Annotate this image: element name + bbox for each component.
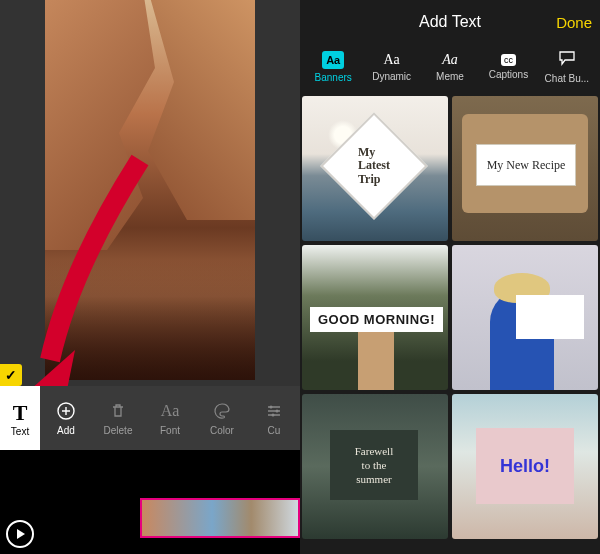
toolbar-font-label: Font bbox=[160, 425, 180, 436]
captions-icon: cc bbox=[501, 54, 516, 66]
toolbar-delete-label: Delete bbox=[104, 425, 133, 436]
svg-point-3 bbox=[276, 409, 279, 412]
svg-point-2 bbox=[270, 405, 273, 408]
editor-panel: ✓ T Text Add Delete Aa Font Color bbox=[0, 0, 300, 554]
panel-header: Add Text Done bbox=[300, 0, 600, 44]
toolbar-custom-label: Cu bbox=[268, 425, 281, 436]
text-toolbar: T Text Add Delete Aa Font Color bbox=[0, 386, 300, 450]
palette-icon bbox=[212, 401, 232, 421]
svg-point-4 bbox=[272, 413, 275, 416]
tile-label: Hello! bbox=[476, 428, 574, 504]
play-button[interactable] bbox=[6, 520, 34, 548]
sliders-icon bbox=[264, 401, 284, 421]
text-icon: T bbox=[13, 400, 28, 426]
toolbar-delete[interactable]: Delete bbox=[92, 386, 144, 450]
done-button[interactable]: Done bbox=[556, 14, 592, 31]
toolbar-custom[interactable]: Cu bbox=[248, 386, 300, 450]
dynamic-icon: Aa bbox=[383, 52, 399, 68]
toolbar-color[interactable]: Color bbox=[196, 386, 248, 450]
banner-tile-good-morning[interactable]: GOOD MORNING! bbox=[302, 245, 448, 390]
timeline-clip[interactable] bbox=[140, 498, 300, 538]
confirm-check-button[interactable]: ✓ bbox=[0, 364, 22, 386]
tile-label: Farewell to the summer bbox=[330, 430, 418, 500]
tile-label: My Latest Trip bbox=[336, 128, 412, 204]
font-icon: Aa bbox=[160, 401, 180, 421]
toolbar-add-label: Add bbox=[57, 425, 75, 436]
tab-dynamic-label: Dynamic bbox=[372, 71, 411, 82]
add-text-panel: Add Text Done Aa Banners Aa Dynamic Aa M… bbox=[300, 0, 600, 554]
panel-title: Add Text bbox=[419, 13, 481, 31]
tab-meme-label: Meme bbox=[436, 71, 464, 82]
meme-icon: Aa bbox=[442, 52, 458, 68]
chat-icon bbox=[558, 50, 576, 70]
banners-icon: Aa bbox=[322, 51, 344, 69]
video-frame[interactable] bbox=[45, 0, 255, 380]
tab-meme[interactable]: Aa Meme bbox=[421, 44, 479, 90]
plus-icon bbox=[56, 401, 76, 421]
tab-text-label: Text bbox=[11, 426, 29, 437]
banner-tile-qa[interactable]: Q&A bbox=[452, 245, 598, 390]
tab-captions[interactable]: cc Captions bbox=[479, 44, 537, 90]
trash-icon bbox=[108, 401, 128, 421]
tab-text[interactable]: T Text bbox=[0, 386, 40, 450]
tile-label: My New Recipe bbox=[476, 144, 576, 186]
toolbar-color-label: Color bbox=[210, 425, 234, 436]
tab-chat-bubble[interactable]: Chat Bu... bbox=[538, 44, 596, 90]
tab-chat-label: Chat Bu... bbox=[545, 73, 589, 84]
banner-tile-farewell-summer[interactable]: Farewell to the summer bbox=[302, 394, 448, 539]
banner-tile-my-latest-trip[interactable]: My Latest Trip bbox=[302, 96, 448, 241]
banner-gallery: My Latest Trip My New Recipe GOOD MORNIN… bbox=[300, 96, 600, 554]
tile-label: Q&A bbox=[516, 295, 584, 339]
play-icon bbox=[17, 529, 25, 539]
tab-captions-label: Captions bbox=[489, 69, 528, 80]
tile-label: GOOD MORNING! bbox=[310, 307, 443, 332]
tab-banners[interactable]: Aa Banners bbox=[304, 44, 362, 90]
tab-dynamic[interactable]: Aa Dynamic bbox=[362, 44, 420, 90]
timeline-area bbox=[0, 450, 300, 554]
tab-banners-label: Banners bbox=[315, 72, 352, 83]
check-icon: ✓ bbox=[5, 367, 17, 383]
text-style-tabs: Aa Banners Aa Dynamic Aa Meme cc Caption… bbox=[300, 44, 600, 96]
toolbar-font[interactable]: Aa Font bbox=[144, 386, 196, 450]
banner-tile-my-new-recipe[interactable]: My New Recipe bbox=[452, 96, 598, 241]
banner-tile-hello[interactable]: Hello! bbox=[452, 394, 598, 539]
toolbar-add[interactable]: Add bbox=[40, 386, 92, 450]
